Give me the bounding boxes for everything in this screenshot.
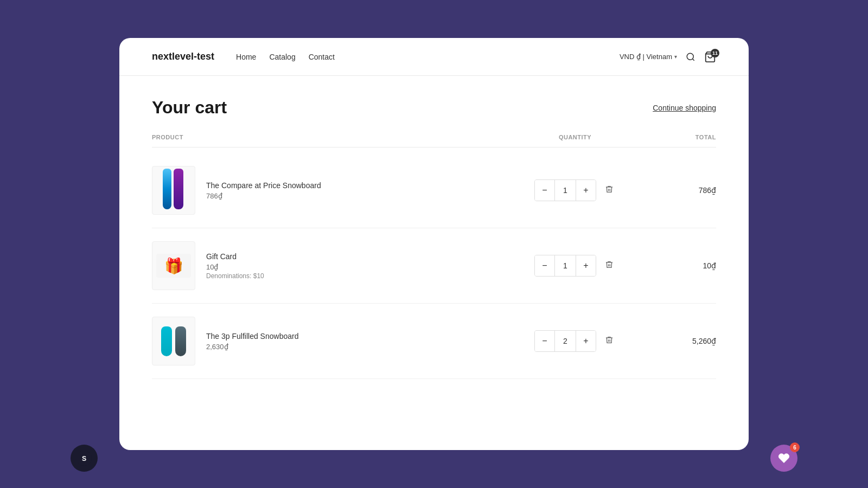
qty-input-3[interactable] <box>554 331 576 351</box>
decrease-qty-3[interactable]: − <box>535 331 554 351</box>
site-header: nextlevel-test Home Catalog Contact VND … <box>119 38 749 76</box>
qty-input-1[interactable] <box>554 180 576 201</box>
delete-item-1[interactable] <box>603 183 616 198</box>
delete-item-3[interactable] <box>603 333 616 349</box>
table-row: The 3p Fulfilled Snowboard 2,630₫ − + 5,… <box>152 304 716 379</box>
snowboard1-graphic <box>163 169 184 212</box>
quantity-col-header: QUANTITY <box>521 134 629 140</box>
chevron-down-icon: ▾ <box>674 54 677 60</box>
svg-point-0 <box>687 53 693 60</box>
product-cell-1: The Compare at Price Snowboard 786₫ <box>152 166 521 215</box>
search-button[interactable] <box>686 52 695 62</box>
product-name-1[interactable]: The Compare at Price Snowboard <box>206 181 321 190</box>
increase-qty-1[interactable]: + <box>576 180 596 201</box>
trash-icon <box>605 336 614 344</box>
search-icon <box>686 52 695 62</box>
svg-line-1 <box>692 59 694 60</box>
product-image-1 <box>152 166 195 215</box>
product-price-2: 10₫ <box>206 263 264 271</box>
quantity-control-1: − + <box>534 179 596 201</box>
product-image-2: 🎁 <box>152 241 195 290</box>
decrease-qty-2[interactable]: − <box>535 255 554 276</box>
svg-text:S: S <box>82 455 86 463</box>
product-info-3: The 3p Fulfilled Snowboard 2,630₫ <box>206 332 298 351</box>
quantity-cell-3: − + <box>521 330 629 352</box>
product-variant-2: Denominations: $10 <box>206 272 264 280</box>
wishlist-badge[interactable]: 6 <box>770 445 797 472</box>
shopify-badge[interactable]: S <box>71 445 98 472</box>
trash-icon <box>605 185 614 194</box>
snowboard1-right-panel <box>174 169 183 209</box>
cart-table-header: PRODUCT QUANTITY TOTAL <box>152 134 716 147</box>
gift-card-graphic: 🎁 <box>156 254 191 278</box>
quantity-control-2: − + <box>534 255 596 277</box>
product-name-2[interactable]: Gift Card <box>206 252 264 261</box>
snowboard3-right-panel <box>175 326 186 356</box>
shopify-icon: S <box>76 451 92 466</box>
total-cell-1: 786₫ <box>629 186 716 195</box>
main-content: Your cart Continue shopping PRODUCT QUAN… <box>119 76 749 401</box>
trash-icon <box>605 260 614 269</box>
site-logo[interactable]: nextlevel-test <box>152 51 214 62</box>
product-price-3: 2,630₫ <box>206 343 298 351</box>
currency-label: VND ₫ | Vietnam <box>620 53 672 61</box>
table-row: The Compare at Price Snowboard 786₫ − + … <box>152 153 716 228</box>
product-price-1: 786₫ <box>206 192 321 200</box>
header-actions: VND ₫ | Vietnam ▾ 11 <box>620 51 716 63</box>
total-cell-2: 10₫ <box>629 261 716 270</box>
product-info-2: Gift Card 10₫ Denominations: $10 <box>206 252 264 280</box>
snowboard3-graphic <box>161 326 186 356</box>
currency-selector[interactable]: VND ₫ | Vietnam ▾ <box>620 53 677 61</box>
qty-input-2[interactable] <box>554 255 576 276</box>
increase-qty-2[interactable]: + <box>576 255 596 276</box>
wishlist-count: 6 <box>790 442 800 452</box>
quantity-control-3: − + <box>534 330 596 352</box>
nav-home[interactable]: Home <box>236 53 256 61</box>
decrease-qty-1[interactable]: − <box>535 180 554 201</box>
product-image-3 <box>152 317 195 365</box>
main-card: nextlevel-test Home Catalog Contact VND … <box>119 38 749 450</box>
cart-header: Your cart Continue shopping <box>152 98 716 118</box>
delete-item-2[interactable] <box>603 258 616 273</box>
product-info-1: The Compare at Price Snowboard 786₫ <box>206 181 321 200</box>
main-nav: Home Catalog Contact <box>236 53 620 61</box>
product-col-header: PRODUCT <box>152 134 521 140</box>
cart-count-badge: 11 <box>711 49 719 57</box>
product-cell-2: 🎁 Gift Card 10₫ Denominations: $10 <box>152 241 521 290</box>
increase-qty-3[interactable]: + <box>576 331 596 351</box>
cart-button[interactable]: 11 <box>704 51 716 63</box>
heart-icon <box>778 452 790 464</box>
total-col-header: TOTAL <box>629 134 716 140</box>
continue-shopping-link[interactable]: Continue shopping <box>653 104 716 112</box>
table-row: 🎁 Gift Card 10₫ Denominations: $10 − + <box>152 228 716 304</box>
product-name-3[interactable]: The 3p Fulfilled Snowboard <box>206 332 298 341</box>
product-cell-3: The 3p Fulfilled Snowboard 2,630₫ <box>152 317 521 365</box>
snowboard1-left-panel <box>163 169 171 209</box>
quantity-cell-1: − + <box>521 179 629 201</box>
cart-title: Your cart <box>152 98 227 118</box>
nav-catalog[interactable]: Catalog <box>269 53 295 61</box>
quantity-cell-2: − + <box>521 255 629 277</box>
snowboard3-left-panel <box>161 326 172 356</box>
nav-contact[interactable]: Contact <box>309 53 335 61</box>
total-cell-3: 5,260₫ <box>629 337 716 345</box>
